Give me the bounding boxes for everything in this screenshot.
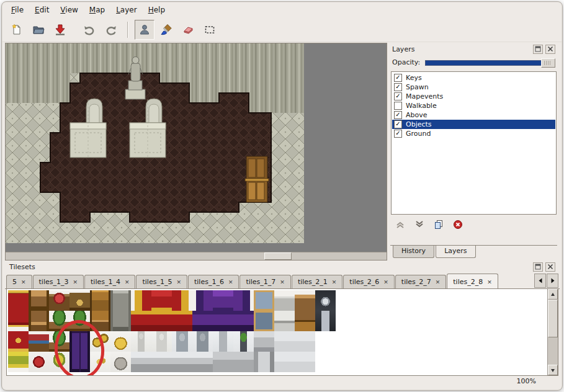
tileset-tile[interactable] bbox=[233, 352, 254, 372]
tileset-tile[interactable] bbox=[29, 311, 49, 331]
tileset-tile[interactable] bbox=[49, 290, 69, 311]
tileset-tile[interactable] bbox=[295, 352, 315, 372]
undo-button[interactable] bbox=[79, 20, 99, 40]
tileset-tile[interactable] bbox=[315, 331, 336, 352]
tab-close-icon[interactable]: ✕ bbox=[176, 279, 181, 285]
tileset-tile[interactable] bbox=[151, 352, 172, 372]
tileset-tile[interactable] bbox=[254, 331, 274, 352]
tab-close-icon[interactable]: ✕ bbox=[436, 279, 441, 285]
delete-layer-button[interactable] bbox=[452, 218, 464, 231]
menu-edit[interactable]: Edit bbox=[29, 3, 55, 17]
dock-tab-layers[interactable]: Layers bbox=[436, 246, 475, 258]
tileset-tile[interactable] bbox=[233, 311, 254, 331]
tileset-tile[interactable] bbox=[213, 290, 233, 311]
tileset-tile[interactable] bbox=[254, 352, 274, 372]
lower-layer-button[interactable] bbox=[413, 218, 426, 231]
tileset-tile[interactable] bbox=[69, 290, 90, 311]
tileset-tile[interactable] bbox=[8, 331, 29, 352]
menu-help[interactable]: Help bbox=[143, 3, 171, 17]
tileset-tile[interactable] bbox=[29, 290, 49, 311]
opacity-slider-thumb[interactable] bbox=[541, 58, 555, 68]
layer-visibility-checkbox[interactable] bbox=[394, 111, 402, 119]
tab-close-icon[interactable]: ✕ bbox=[487, 279, 492, 285]
layer-row-mapevents[interactable]: Mapevents bbox=[392, 92, 555, 101]
tileset-tile[interactable] bbox=[110, 331, 131, 352]
scrollbar-track[interactable] bbox=[548, 300, 558, 365]
tileset-tile[interactable] bbox=[233, 331, 254, 352]
tileset-tile[interactable] bbox=[131, 331, 151, 352]
tileset-tile[interactable] bbox=[295, 311, 315, 331]
tileset-tab-tiles_2_7[interactable]: tiles_2_7✕ bbox=[395, 275, 446, 288]
tab-scroll-right-button[interactable] bbox=[547, 274, 558, 288]
tileset-tile[interactable] bbox=[172, 331, 192, 352]
tileset-tile[interactable] bbox=[131, 311, 151, 331]
tileset-tile[interactable] bbox=[274, 311, 295, 331]
tileset-tile[interactable] bbox=[192, 331, 213, 352]
tileset-tile[interactable] bbox=[90, 290, 110, 311]
layer-row-keys[interactable]: Keys bbox=[392, 73, 555, 82]
tileset-tab-tiles_2_1[interactable]: tiles_2_1✕ bbox=[292, 275, 342, 288]
redo-button[interactable] bbox=[101, 20, 121, 40]
tab-close-icon[interactable]: ✕ bbox=[125, 279, 130, 285]
tileset-tile[interactable] bbox=[213, 352, 233, 372]
tab-close-icon[interactable]: ✕ bbox=[21, 279, 26, 285]
map-horizontal-scrollbar[interactable] bbox=[6, 252, 387, 260]
tileset-tab-tiles_1_5[interactable]: tiles_1_5✕ bbox=[136, 275, 187, 288]
tileset-tile[interactable] bbox=[172, 352, 192, 372]
tileset-tab-tiles_2_6[interactable]: tiles_2_6✕ bbox=[343, 275, 394, 288]
tileset-tile[interactable] bbox=[110, 352, 131, 372]
tileset-tile[interactable] bbox=[315, 290, 336, 311]
scroll-down-button[interactable] bbox=[548, 365, 558, 375]
scrollbar-thumb[interactable] bbox=[264, 252, 292, 260]
float-panel-button[interactable] bbox=[533, 262, 543, 272]
tileset-tile[interactable] bbox=[233, 290, 254, 311]
tileset-tab-tiles_1_6[interactable]: tiles_1_6✕ bbox=[188, 275, 239, 288]
tileset-tab-5[interactable]: 5✕ bbox=[6, 275, 32, 288]
tileset-view[interactable] bbox=[6, 289, 558, 376]
stamp-tool-button[interactable] bbox=[135, 20, 154, 40]
tileset-tile[interactable] bbox=[295, 290, 315, 311]
tileset-tile[interactable] bbox=[29, 352, 49, 372]
map-viewport[interactable] bbox=[5, 43, 387, 261]
tileset-tile[interactable] bbox=[8, 311, 29, 331]
tab-close-icon[interactable]: ✕ bbox=[228, 279, 233, 285]
tab-close-icon[interactable]: ✕ bbox=[73, 279, 78, 285]
tileset-tile[interactable] bbox=[192, 290, 213, 311]
tab-close-icon[interactable]: ✕ bbox=[332, 279, 337, 285]
tileset-tile[interactable] bbox=[131, 352, 151, 372]
tileset-tile[interactable] bbox=[8, 290, 29, 311]
tileset-tile[interactable] bbox=[172, 311, 192, 331]
menu-layer[interactable]: Layer bbox=[110, 3, 142, 17]
tileset-tile[interactable] bbox=[151, 331, 172, 352]
layer-visibility-checkbox[interactable] bbox=[394, 74, 402, 82]
tileset-tile[interactable] bbox=[213, 331, 233, 352]
layer-visibility-checkbox[interactable] bbox=[394, 120, 402, 128]
close-panel-button[interactable] bbox=[545, 45, 555, 54]
tileset-tile[interactable] bbox=[274, 352, 295, 372]
map-canvas[interactable] bbox=[6, 43, 387, 252]
opacity-slider[interactable] bbox=[425, 58, 555, 67]
raise-layer-button[interactable] bbox=[394, 218, 406, 231]
tileset-tile[interactable] bbox=[151, 311, 172, 331]
layer-row-walkable[interactable]: Walkable bbox=[392, 101, 555, 110]
tileset-tile[interactable] bbox=[172, 290, 192, 311]
tileset-tile[interactable] bbox=[315, 311, 336, 331]
tileset-tile[interactable] bbox=[295, 331, 315, 352]
dock-tab-history[interactable]: History bbox=[393, 246, 434, 258]
tileset-tile[interactable] bbox=[131, 290, 151, 311]
duplicate-layer-button[interactable] bbox=[432, 218, 445, 231]
tab-scroll-left-button[interactable] bbox=[534, 274, 546, 288]
layer-row-objects[interactable]: Objects bbox=[392, 120, 555, 129]
tileset-tile[interactable] bbox=[192, 311, 213, 331]
tileset-tile[interactable] bbox=[274, 331, 295, 352]
tileset-tab-tiles_2_8[interactable]: tiles_2_8✕ bbox=[447, 274, 498, 288]
layer-visibility-checkbox[interactable] bbox=[394, 102, 402, 110]
tileset-tab-tiles_1_3[interactable]: tiles_1_3✕ bbox=[33, 275, 84, 288]
layer-visibility-checkbox[interactable] bbox=[394, 83, 402, 91]
tileset-tile[interactable] bbox=[254, 290, 274, 311]
tileset-tile[interactable] bbox=[8, 352, 29, 372]
menu-file[interactable]: File bbox=[6, 3, 29, 17]
tileset-tile[interactable] bbox=[110, 290, 131, 311]
tileset-tile[interactable] bbox=[151, 290, 172, 311]
layer-visibility-checkbox[interactable] bbox=[394, 92, 402, 100]
